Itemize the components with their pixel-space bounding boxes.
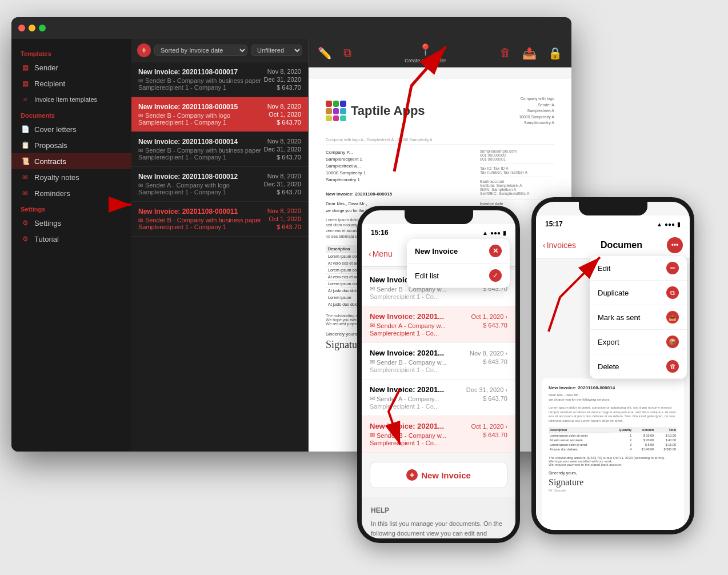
battery-icon-right: ▮	[677, 221, 681, 227]
context-delete[interactable]: Delete 🗑	[590, 354, 687, 379]
lock-button[interactable]: 🔒	[548, 46, 562, 60]
invoice-number: New Invoice: 20201108-000015	[326, 191, 469, 197]
invoice-templates-icon: ≡	[21, 95, 30, 104]
iphone-right-notch	[579, 202, 647, 215]
phone-invoice-item-2[interactable]: New Invoice: 20201... Oct 1, 2020 › ✉ Se…	[362, 306, 515, 343]
company-info-right: Company with logo Sender A Samplestreet …	[519, 96, 554, 126]
sidebar-item-contracts[interactable]: 📜 Contracts	[11, 153, 131, 169]
phone-invoice-item-5[interactable]: New Invoice: 20201... Oct 1, 2020 › ✉ Se…	[362, 416, 515, 453]
documents-section-title: Documents	[11, 107, 131, 121]
phone-inv-num-4: New Invoice: 20201...	[370, 385, 444, 394]
phone-inv-recipient-1: Samplerecipient 1 - Co...	[370, 293, 507, 300]
context-edit[interactable]: Edit ✏	[590, 256, 687, 281]
sidebar-item-reminders[interactable]: ✉ Reminders	[11, 185, 131, 201]
phone-inv-recipient-4: Samplerecipient 1 - Co...	[370, 403, 507, 410]
invoice-list: New Invoice: 20201108-000017 Nov 8, 2020…	[131, 62, 308, 452]
sender-icon: ▦	[21, 63, 30, 72]
sidebar-item-recipient[interactable]: ▦ Recipient	[11, 75, 131, 91]
phone-inv-recipient-5: Samplerecipient 1 - Co...	[370, 440, 507, 446]
phone-inv-num-5: New Invoice: 20201...	[370, 422, 444, 430]
context-duplicate[interactable]: Duplicate ⧉	[590, 281, 687, 305]
address-line: Company with logo A - Samplestreet A - 1…	[326, 138, 554, 145]
reminder-button[interactable]: 📍	[418, 43, 433, 57]
sidebar-item-sender[interactable]: ▦ Sender	[11, 59, 131, 75]
sidebar-item-royalty-notes[interactable]: ✉ Royalty notes	[11, 169, 131, 185]
phone-inv-amount-5: $ 643.70	[483, 432, 507, 439]
tutorial-icon: ⚙	[21, 234, 30, 243]
settings-section-title: Settings	[11, 201, 131, 215]
iphone-right: 15:17 ▲ ●●● ▮ ‹ Invoices Documen ••• Edi…	[531, 197, 694, 534]
detail-toolbar: ✏️ ⧉ 📍 Create a reminder 🗑 📤 🔒	[309, 39, 571, 67]
invoice-list-item-1[interactable]: New Invoice: 20201108-000015 Nov 8, 2020…	[131, 97, 308, 132]
trash-button[interactable]: 🗑	[499, 46, 511, 59]
new-invoice-button[interactable]: + New Invoice	[370, 462, 507, 488]
wifi-icon: ▲	[482, 230, 488, 236]
recipient-block: Company P... Samplerecipient 1 Samplestr…	[326, 149, 469, 183]
nav-back-menu[interactable]: ‹ Menu	[369, 249, 393, 258]
title-bar	[11, 17, 571, 39]
phone-detail-content: New Invoice: 20201108-000014 Dear Mrs., …	[536, 373, 690, 534]
phone-inv-sender-4: ✉ Sender A - Company...	[370, 395, 439, 402]
iphone-right-nav: ‹ Invoices Documen •••	[536, 233, 690, 258]
app-logo-grid	[326, 101, 346, 121]
sidebar-item-proposals[interactable]: 📋 Proposals	[11, 137, 131, 153]
phone-inv-sender-3: ✉ Sender B - Company w...	[370, 358, 446, 366]
sidebar-item-invoice-templates[interactable]: ≡ Invoice Item templates	[11, 91, 131, 107]
sort-select[interactable]: Sorted by Invoice date	[154, 45, 247, 56]
context-export[interactable]: Export 📦	[590, 330, 687, 354]
sidebar-item-settings[interactable]: ⚙ Settings	[11, 215, 131, 231]
battery-icon: ▮	[503, 230, 506, 236]
phone-inv-num-2: New Invoice: 20201...	[370, 312, 444, 321]
context-close-btn[interactable]: ✕	[489, 245, 502, 257]
cover-letters-icon: 📄	[21, 125, 30, 134]
iphone-left-notch	[405, 210, 473, 224]
export-button[interactable]: 📤	[522, 46, 537, 60]
iphone-left-time: 15:16	[371, 229, 389, 237]
iphone-right-more-btn[interactable]: •••	[667, 237, 683, 253]
phone-inv-recipient-2: Samplerecipient 1 - Co...	[370, 330, 507, 337]
edit-button[interactable]: ✏️	[318, 46, 332, 60]
edit-list-check-icon: ✓	[489, 269, 502, 282]
nav-back-invoices[interactable]: ‹ Invoices	[543, 241, 576, 250]
minimize-button[interactable]	[29, 25, 35, 31]
phone-inv-sender-2: ✉ Sender A - Company w...	[370, 322, 446, 329]
help-title: HELP	[371, 506, 506, 514]
contact-info: sampleasample.com 001 00000000 001 00000…	[480, 149, 554, 161]
proposals-icon: 📋	[21, 141, 30, 150]
edit-icon-right: ✏	[666, 262, 679, 274]
close-button[interactable]	[18, 25, 25, 31]
help-section: HELP In this list you manage your docume…	[362, 497, 515, 543]
phone-invoice-item-4[interactable]: New Invoice: 20201... Dec 31, 2020 › ✉ S…	[362, 380, 515, 416]
mark-sent-icon-right: 📤	[666, 311, 679, 324]
context-item-edit-list[interactable]: Edit list ✓	[407, 263, 510, 288]
add-invoice-button[interactable]: +	[137, 43, 151, 57]
invoice-list-item-4[interactable]: New Invoice: 20201108-000011 Nov 8, 2020…	[131, 202, 308, 237]
duplicate-button[interactable]: ⧉	[343, 46, 351, 59]
phone-invoice-item-3[interactable]: New Invoice: 20201... Nov 8, 2020 › ✉ Se…	[362, 343, 515, 380]
invoice-list-item-3[interactable]: New Invoice: 20201108-000012 Nov 8, 2020…	[131, 167, 308, 202]
sidebar: Templates ▦ Sender ▦ Recipient ≡ Invoice…	[11, 39, 131, 452]
contracts-icon: 📜	[21, 157, 30, 166]
context-mark-sent[interactable]: Mark as sent 📤	[590, 305, 687, 330]
filter-select[interactable]: Unfiltered	[251, 45, 302, 56]
left-context-menu: New Invoice ✕ Edit list ✓	[407, 239, 510, 288]
invoice-list-item-2[interactable]: New Invoice: 20201108-000014 Nov 8, 2020…	[131, 132, 308, 167]
phone-inv-sender-5: ✉ Sender B - Company w...	[370, 432, 446, 439]
phone-inv-date-4: Dec 31, 2020 ›	[466, 386, 507, 393]
create-reminder-label: Create a reminder	[405, 58, 446, 63]
phone-inv-recipient-3: Samplerecipient 1 - Co...	[370, 366, 507, 373]
reminders-icon: ✉	[21, 189, 30, 198]
templates-section-title: Templates	[11, 46, 131, 59]
sidebar-item-tutorial[interactable]: ⚙ Tutorial	[11, 231, 131, 247]
settings-icon: ⚙	[21, 218, 30, 227]
signal-icon-right: ●●●	[665, 221, 675, 227]
maximize-button[interactable]	[39, 25, 46, 31]
bank-info: Bank account Institute: Samplebank A IBA…	[480, 177, 554, 195]
invoice-list-item-0[interactable]: New Invoice: 20201108-000017 Nov 8, 2020…	[131, 62, 308, 97]
invoice-logo: Taptile Apps	[326, 96, 425, 126]
context-menu-header: New Invoice ✕	[407, 239, 510, 263]
sidebar-item-cover-letters[interactable]: 📄 Cover letters	[11, 121, 131, 137]
phone-inv-date-3: Nov 8, 2020 ›	[470, 350, 507, 357]
iphone-right-title: Documen	[601, 240, 642, 250]
recipient-icon: ▦	[21, 79, 30, 88]
